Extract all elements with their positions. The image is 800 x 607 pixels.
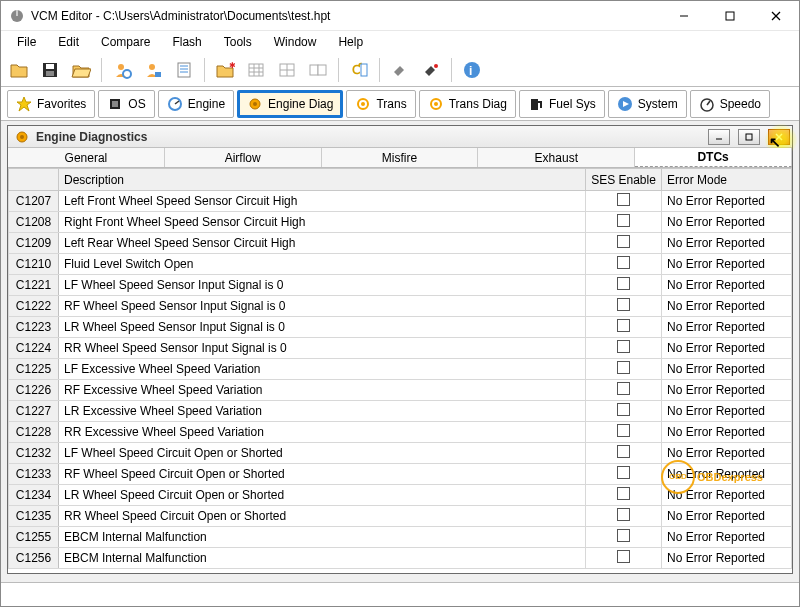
dtc-code-cell[interactable]: C1228 [9, 422, 59, 443]
info-button[interactable]: i [458, 56, 486, 84]
dtc-description-cell[interactable]: Left Rear Wheel Speed Sensor Circuit Hig… [59, 233, 586, 254]
table-compare-button[interactable] [304, 56, 332, 84]
tab-general[interactable]: General [8, 148, 165, 167]
table-row[interactable]: C1224RR Wheel Speed Sensor Input Signal … [9, 338, 792, 359]
ses-checkbox-cell[interactable] [586, 506, 662, 527]
calibrate-button[interactable]: Ƈ [345, 56, 373, 84]
checkbox-icon[interactable] [617, 403, 630, 416]
table-row[interactable]: C1255EBCM Internal MalfunctionNo Error R… [9, 527, 792, 548]
checkbox-icon[interactable] [617, 424, 630, 437]
dtc-description-cell[interactable]: EBCM Internal Malfunction [59, 548, 586, 569]
checkbox-icon[interactable] [617, 214, 630, 227]
checkbox-icon[interactable] [617, 361, 630, 374]
error-mode-cell[interactable]: No Error Reported [662, 296, 792, 317]
dtc-code-cell[interactable]: C1234 [9, 485, 59, 506]
error-mode-cell[interactable]: No Error Reported [662, 212, 792, 233]
category-engine[interactable]: Engine [158, 90, 234, 118]
menu-file[interactable]: File [7, 33, 46, 51]
error-mode-cell[interactable]: No Error Reported [662, 338, 792, 359]
checkbox-icon[interactable] [617, 298, 630, 311]
dtc-code-cell[interactable]: C1210 [9, 254, 59, 275]
checkbox-icon[interactable] [617, 445, 630, 458]
error-mode-cell[interactable]: No Error Reported [662, 485, 792, 506]
table-button[interactable] [242, 56, 270, 84]
dtc-description-cell[interactable]: LF Wheel Speed Circuit Open or Shorted [59, 443, 586, 464]
checkbox-icon[interactable] [617, 319, 630, 332]
menu-window[interactable]: Window [264, 33, 327, 51]
error-mode-cell[interactable]: No Error Reported [662, 275, 792, 296]
tab-airflow[interactable]: Airflow [165, 148, 322, 167]
menu-tools[interactable]: Tools [214, 33, 262, 51]
ses-checkbox-cell[interactable] [586, 233, 662, 254]
ses-checkbox-cell[interactable] [586, 401, 662, 422]
user-edit-button[interactable] [139, 56, 167, 84]
ses-checkbox-cell[interactable] [586, 317, 662, 338]
grid-header-ses[interactable]: SES Enable [586, 169, 662, 191]
ses-checkbox-cell[interactable] [586, 191, 662, 212]
checkbox-icon[interactable] [617, 235, 630, 248]
menu-help[interactable]: Help [328, 33, 373, 51]
dtc-code-cell[interactable]: C1256 [9, 548, 59, 569]
ses-checkbox-cell[interactable] [586, 380, 662, 401]
error-mode-cell[interactable]: No Error Reported [662, 506, 792, 527]
minimize-button[interactable] [661, 1, 707, 31]
ses-checkbox-cell[interactable] [586, 443, 662, 464]
dtc-code-cell[interactable]: C1226 [9, 380, 59, 401]
dtc-code-cell[interactable]: C1232 [9, 443, 59, 464]
error-mode-cell[interactable]: No Error Reported [662, 548, 792, 569]
dtc-code-cell[interactable]: C1225 [9, 359, 59, 380]
table-row[interactable]: C1222RF Wheel Speed Sensor Input Signal … [9, 296, 792, 317]
dtc-description-cell[interactable]: LR Excessive Wheel Speed Variation [59, 401, 586, 422]
dtc-code-cell[interactable]: C1221 [9, 275, 59, 296]
table-row[interactable]: C1227LR Excessive Wheel Speed VariationN… [9, 401, 792, 422]
dtc-code-cell[interactable]: C1224 [9, 338, 59, 359]
child-close-button[interactable]: ↖ [768, 129, 790, 145]
connect-button[interactable] [386, 56, 414, 84]
tab-dtcs[interactable]: DTCs [635, 148, 792, 167]
ses-checkbox-cell[interactable] [586, 212, 662, 233]
maximize-button[interactable] [707, 1, 753, 31]
dtc-description-cell[interactable]: Fluid Level Switch Open [59, 254, 586, 275]
checkbox-icon[interactable] [617, 466, 630, 479]
open-file-button[interactable] [5, 56, 33, 84]
table-row[interactable]: C1221LF Wheel Speed Sensor Input Signal … [9, 275, 792, 296]
error-mode-cell[interactable]: No Error Reported [662, 380, 792, 401]
table-row[interactable]: C1235RR Wheel Speed Circuit Open or Shor… [9, 506, 792, 527]
category-system[interactable]: System [608, 90, 687, 118]
tab-exhaust[interactable]: Exhaust [478, 148, 635, 167]
category-trans-diag[interactable]: Trans Diag [419, 90, 516, 118]
table-row[interactable]: C1208Right Front Wheel Speed Sensor Circ… [9, 212, 792, 233]
dtc-description-cell[interactable]: LF Excessive Wheel Speed Variation [59, 359, 586, 380]
checkbox-icon[interactable] [617, 508, 630, 521]
grid-header-error-mode[interactable]: Error Mode [662, 169, 792, 191]
error-mode-cell[interactable]: No Error Reported [662, 401, 792, 422]
save-button[interactable] [36, 56, 64, 84]
checkbox-icon[interactable] [617, 256, 630, 269]
dtc-description-cell[interactable]: LR Wheel Speed Circuit Open or Shorted [59, 485, 586, 506]
dtc-description-cell[interactable]: RF Wheel Speed Sensor Input Signal is 0 [59, 296, 586, 317]
checkbox-icon[interactable] [617, 487, 630, 500]
dtc-description-cell[interactable]: Left Front Wheel Speed Sensor Circuit Hi… [59, 191, 586, 212]
table-row[interactable]: C1209Left Rear Wheel Speed Sensor Circui… [9, 233, 792, 254]
document-button[interactable] [170, 56, 198, 84]
dtc-code-cell[interactable]: C1227 [9, 401, 59, 422]
table-row[interactable]: C1210 Fluid Level Switch OpenNo Error Re… [9, 254, 792, 275]
table-row[interactable]: C1223LR Wheel Speed Sensor Input Signal … [9, 317, 792, 338]
menu-compare[interactable]: Compare [91, 33, 160, 51]
dtc-description-cell[interactable]: LF Wheel Speed Sensor Input Signal is 0 [59, 275, 586, 296]
error-mode-cell[interactable]: No Error Reported [662, 527, 792, 548]
user-config-button[interactable] [108, 56, 136, 84]
ses-checkbox-cell[interactable] [586, 359, 662, 380]
dtc-description-cell[interactable]: RR Wheel Speed Circuit Open or Shorted [59, 506, 586, 527]
checkbox-icon[interactable] [617, 550, 630, 563]
child-maximize-button[interactable] [738, 129, 760, 145]
error-mode-cell[interactable]: No Error Reported [662, 359, 792, 380]
dtc-grid[interactable]: Description SES Enable Error Mode C1207L… [8, 168, 792, 573]
dtc-code-cell[interactable]: C1255 [9, 527, 59, 548]
dtc-description-cell[interactable]: RF Excessive Wheel Speed Variation [59, 380, 586, 401]
ses-checkbox-cell[interactable] [586, 338, 662, 359]
grid-header-description[interactable]: Description [59, 169, 586, 191]
dtc-description-cell[interactable]: RR Wheel Speed Sensor Input Signal is 0 [59, 338, 586, 359]
table-row[interactable]: C1233RF Wheel Speed Circuit Open or Shor… [9, 464, 792, 485]
category-fuel-sys[interactable]: Fuel Sys [519, 90, 605, 118]
